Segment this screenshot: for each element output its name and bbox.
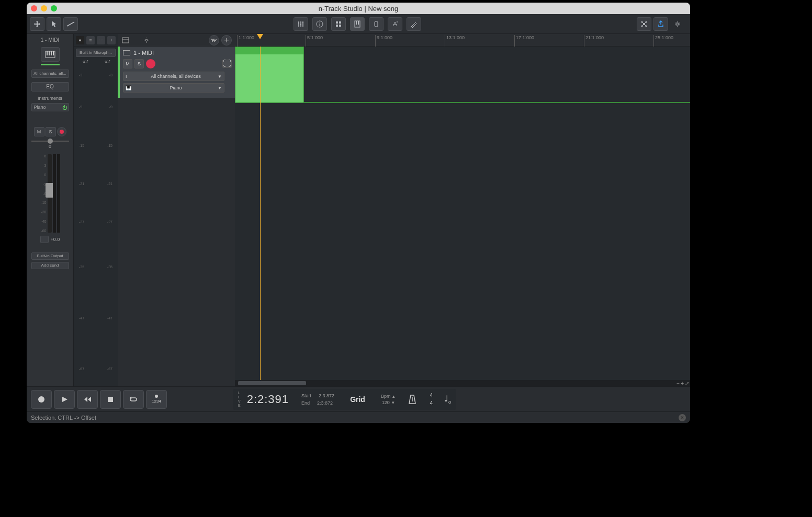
stop-button[interactable]: [100, 390, 121, 409]
meter-panel: ● ≡ ⋯ + Built-in Microph... -Inf -Inf -3…: [74, 34, 118, 386]
add-send-button[interactable]: Add send: [31, 262, 69, 269]
eq-button[interactable]: EQ: [31, 82, 69, 91]
fx-button[interactable]: [388, 17, 402, 31]
midi-icon: [123, 50, 130, 55]
clip-header[interactable]: [235, 47, 303, 54]
meter-menu-button[interactable]: ⋯: [97, 36, 105, 44]
dropdown-arrow-icon: ▼: [218, 86, 222, 90]
svg-point-10: [397, 21, 398, 22]
move-tool-button[interactable]: [30, 17, 44, 31]
note-value-button[interactable]: ♩o: [444, 394, 451, 405]
play-button[interactable]: [54, 390, 75, 409]
instrument-dropdown[interactable]: Piano ⏻: [31, 103, 69, 111]
grid-button[interactable]: [331, 17, 346, 31]
svg-rect-19: [49, 51, 50, 55]
metronome-count-button[interactable]: 1234: [146, 390, 167, 409]
track-input-dropdown[interactable]: I All channels, all devices ▼: [123, 72, 224, 81]
time-signature[interactable]: 4 4: [430, 393, 433, 406]
track-mute-button[interactable]: M: [123, 59, 132, 68]
track-arm-button[interactable]: [146, 59, 155, 68]
piano-roll-button[interactable]: [350, 17, 365, 31]
pan-value: 0: [49, 144, 51, 149]
svg-rect-22: [122, 38, 129, 43]
waveform-button[interactable]: [209, 35, 219, 45]
metronome-icon[interactable]: [408, 394, 417, 405]
share-button[interactable]: [653, 17, 668, 31]
settings-button[interactable]: [670, 17, 685, 31]
solo-button[interactable]: S: [46, 127, 56, 136]
output-dropdown[interactable]: Built-in Output: [31, 252, 69, 260]
svg-point-25: [38, 396, 44, 403]
pan-knob[interactable]: [48, 139, 53, 144]
drum-editor-button[interactable]: [369, 17, 384, 31]
track-solo-button[interactable]: S: [134, 59, 144, 68]
playhead-marker[interactable]: [257, 34, 263, 39]
status-bar: Selection. CTRL -> Offset ✕: [27, 411, 690, 423]
track-settings-button[interactable]: [142, 36, 151, 45]
level-meter-right: [57, 154, 60, 233]
svg-point-16: [676, 23, 679, 25]
bpm-value[interactable]: 120: [382, 400, 390, 405]
bpm-down-button[interactable]: ▾: [392, 400, 394, 405]
add-track-button[interactable]: +: [221, 35, 232, 45]
zoom-fit-button[interactable]: ⤢: [685, 381, 689, 386]
current-time[interactable]: 2:2:391: [247, 393, 289, 406]
ruler-mark: 5:1:000: [306, 35, 323, 47]
start-value[interactable]: 2:3:872: [319, 393, 334, 398]
snap-mode[interactable]: Grid: [350, 395, 365, 404]
track-expand-button[interactable]: ⛶: [222, 60, 232, 68]
tracks-canvas[interactable]: [235, 47, 690, 380]
window-title: n-Track Studio | New song: [27, 5, 690, 13]
meter-input-dropdown[interactable]: Built-in Microph...: [76, 49, 116, 57]
ruler-mark: 21:1:000: [584, 35, 604, 47]
svg-rect-6: [355, 21, 360, 27]
channel-input-dropdown[interactable]: All channels, all...: [31, 70, 69, 78]
meter-peak-row: -Inf -Inf: [74, 59, 118, 64]
end-value[interactable]: 2:3:872: [317, 400, 333, 406]
mute-button[interactable]: M: [34, 127, 44, 136]
status-text: Selection. CTRL -> Offset: [31, 415, 96, 421]
track-view-button[interactable]: [121, 36, 130, 45]
bpm-label: Bpm: [381, 394, 391, 399]
transport-bar: 1234 LIVE 2:2:391 Start2:3:872 End2:3:87…: [27, 386, 690, 411]
status-close-button[interactable]: ✕: [679, 414, 686, 421]
time-ruler[interactable]: 1:1:000 5:1:000 9:1:000 13:1:000 17:1:00…: [235, 34, 690, 47]
volume-fader[interactable]: [48, 154, 52, 233]
svg-text:i: i: [319, 22, 320, 27]
pan-slider[interactable]: [31, 141, 69, 142]
draw-tool-button[interactable]: [407, 17, 421, 31]
track-header[interactable]: 1 - MIDI M S ⛶ I All channels, all devic…: [118, 47, 235, 98]
live-indicator: LIVE: [238, 391, 241, 408]
track-instrument-dropdown[interactable]: 🎹 Piano ▼: [123, 83, 224, 93]
record-button[interactable]: [31, 390, 52, 409]
zoom-in-button[interactable]: +: [681, 381, 684, 386]
bpm-up-button[interactable]: ▴: [392, 394, 395, 399]
info-button[interactable]: i: [312, 17, 327, 31]
ruler-mark: 17:1:000: [514, 35, 534, 47]
instrument-name: Piano: [34, 105, 46, 110]
volume-icon[interactable]: [40, 236, 49, 243]
scrollbar-thumb[interactable]: [238, 381, 306, 385]
svg-rect-7: [356, 21, 357, 25]
svg-point-24: [145, 39, 148, 41]
rewind-button[interactable]: [77, 390, 98, 409]
loop-button[interactable]: [123, 390, 144, 409]
mixer-button[interactable]: [294, 17, 308, 31]
volume-tool-button[interactable]: [63, 17, 78, 31]
horizontal-scrollbar[interactable]: − + ⤢: [235, 380, 690, 386]
zoom-out-button[interactable]: −: [676, 381, 680, 386]
main-toolbar: i: [27, 14, 690, 34]
meter-list-button[interactable]: ≡: [86, 36, 95, 44]
arm-record-button[interactable]: [57, 127, 66, 136]
meter-record-indicator[interactable]: ●: [76, 36, 84, 44]
end-label: End: [301, 400, 310, 406]
track-type-icon[interactable]: [41, 47, 60, 62]
plugins-button[interactable]: [637, 17, 651, 31]
midi-clip[interactable]: [235, 47, 304, 103]
fader-area: 630-3-6-10-20-40-60: [40, 154, 60, 233]
meter-scale: -3-3 -9-9 -15-15 -21-21 -27-27 -35-35 -4…: [74, 67, 118, 386]
select-tool-button[interactable]: [47, 17, 61, 31]
svg-rect-18: [47, 51, 48, 55]
meter-add-button[interactable]: +: [107, 36, 116, 44]
start-label: Start: [301, 393, 311, 398]
